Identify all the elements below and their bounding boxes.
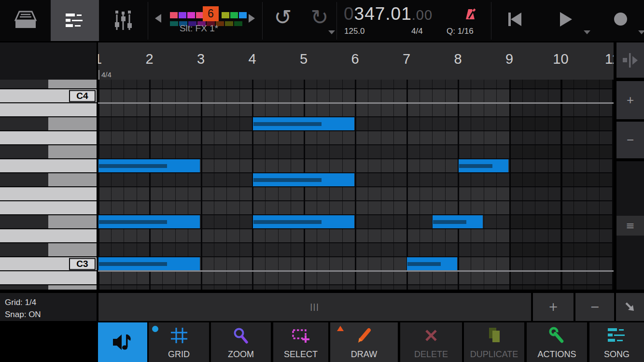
draw-tool-button[interactable]: DRAW — [330, 322, 398, 362]
black-key-stub — [0, 145, 48, 158]
play-menu-caret-icon[interactable] — [584, 30, 590, 34]
tab-mixer[interactable] — [99, 0, 147, 41]
ruler-tick — [98, 70, 99, 80]
delete-tool-button[interactable]: DELETE — [400, 322, 462, 362]
horizontal-zoom-in-button[interactable]: + — [533, 293, 574, 321]
redo-icon[interactable]: ↻ — [307, 5, 332, 32]
select-tool-button[interactable]: SELECT — [273, 322, 328, 362]
pattern-chip[interactable] — [170, 12, 178, 18]
midi-note[interactable] — [407, 257, 457, 270]
metronome-icon[interactable] — [463, 7, 477, 21]
grid-tool-button[interactable]: GRID — [149, 322, 209, 362]
piano-roll-grid[interactable] — [98, 80, 614, 290]
tab-browser[interactable] — [0, 0, 51, 41]
pattern-chip[interactable] — [187, 12, 195, 18]
time-signature-value[interactable]: 4/4 — [411, 27, 423, 36]
piano-key-e3[interactable] — [0, 201, 97, 214]
grid-icon — [170, 327, 188, 344]
top-bar: 6 Slt: FX 1* ↺ ↻ 0347.01.00 125.0 4/4 Q:… — [0, 0, 644, 41]
duplicate-sheets-icon — [487, 327, 502, 344]
piano-key-c3[interactable]: C3 — [0, 257, 97, 270]
tempo-value[interactable]: 125.0 — [344, 27, 365, 36]
draw-active-triangle — [337, 326, 344, 331]
pattern-next-arrow-icon[interactable] — [249, 14, 255, 23]
piano-key-b3[interactable] — [0, 103, 97, 116]
snap-setting-label: Snap: ON — [5, 308, 97, 320]
piano-key-as3[interactable] — [0, 117, 97, 130]
arrange-icon — [66, 14, 84, 28]
pattern-prev-arrow-icon[interactable] — [155, 14, 161, 23]
pattern-chip[interactable] — [179, 12, 186, 18]
pattern-chip[interactable] — [222, 12, 229, 18]
pattern-chip[interactable] — [239, 12, 247, 18]
midi-note[interactable] — [433, 215, 483, 228]
piano-key-gs3[interactable] — [0, 145, 97, 158]
piano-key-f3[interactable] — [0, 187, 97, 200]
audition-toggle-button[interactable] — [616, 42, 644, 78]
vertical-scrollbar-handle[interactable]: ≡ — [616, 216, 644, 236]
midi-note[interactable] — [98, 159, 200, 172]
horizontal-zoom-out-button[interactable]: − — [575, 293, 614, 321]
record-menu-caret-icon[interactable] — [638, 30, 644, 34]
piano-key-c4[interactable]: C4 — [0, 89, 97, 102]
horizontal-scrollbar[interactable]: ||| — [98, 293, 531, 321]
audition-notes-button[interactable] — [98, 322, 147, 362]
vertical-zoom-out-button[interactable]: − — [616, 122, 644, 158]
undo-icon[interactable]: ↺ — [270, 5, 295, 32]
piano-key-cs3[interactable] — [0, 243, 97, 256]
out-of-pattern-shade — [509, 80, 614, 290]
piano-key-ds3[interactable] — [0, 215, 97, 228]
note-velocity-bar — [99, 262, 167, 266]
piano-key-a3[interactable] — [0, 131, 97, 144]
grid-snap-status[interactable]: Grid: 1/4 Snap: ON — [0, 293, 97, 321]
piano-keyboard[interactable]: C4C3 — [0, 80, 97, 290]
skip-to-start-button[interactable] — [508, 13, 521, 26]
actions-tool-button[interactable]: ACTIONS — [527, 322, 587, 362]
black-key-stub — [0, 243, 48, 256]
piano-key-b2[interactable] — [0, 271, 97, 284]
maschine-piano-roll-app: 6 Slt: FX 1* ↺ ↻ 0347.01.00 125.0 4/4 Q:… — [0, 0, 644, 362]
record-button[interactable] — [614, 13, 627, 26]
ruler-bar-number: 8 — [454, 51, 462, 67]
pattern-selector: 6 Slt: FX 1* — [148, 0, 262, 41]
ruler-bar-number: 7 — [403, 51, 410, 67]
piano-key-d3[interactable] — [0, 229, 97, 242]
undo-menu-caret-icon[interactable] — [328, 30, 335, 34]
horizontal-scrollbar-handle[interactable]: ||| — [310, 302, 319, 312]
quantize-value[interactable]: Q: 1/16 — [447, 27, 474, 36]
black-key-stub — [0, 215, 48, 228]
midi-note[interactable] — [459, 159, 509, 172]
song-tool-label: SONG — [604, 349, 630, 360]
play-button[interactable] — [560, 12, 572, 27]
vertical-zoom-in-button[interactable]: + — [616, 81, 644, 119]
song-tool-button[interactable]: SONG — [589, 322, 644, 362]
note-velocity-bar — [407, 262, 441, 266]
ruler-signature-label: 4/4 — [101, 70, 112, 79]
tab-arrange[interactable] — [51, 0, 99, 41]
zoom-tool-button[interactable]: ZOOM — [211, 322, 271, 362]
pattern-selected-slot[interactable]: 6 — [203, 6, 219, 21]
pattern-chip[interactable] — [230, 12, 238, 18]
midi-note[interactable] — [253, 117, 354, 130]
piano-key-fs3[interactable] — [0, 173, 97, 186]
note-velocity-bar — [253, 220, 322, 224]
duplicate-tool-label: DUPLICATE — [470, 349, 518, 360]
piano-key-g3[interactable] — [0, 159, 97, 172]
timeline-ruler[interactable]: 4/4 1234567891011 — [98, 42, 614, 80]
piano-key-cs4[interactable] — [0, 80, 97, 88]
diagonal-arrow-icon — [624, 301, 636, 313]
ruler-bar-number: 11 — [605, 51, 614, 67]
duplicate-tool-button[interactable]: DUPLICATE — [464, 322, 524, 362]
midi-note[interactable] — [253, 173, 354, 186]
browser-drawer-icon — [14, 10, 38, 32]
transport-display[interactable]: 0347.01.00 125.0 4/4 Q: 1/16 — [336, 0, 491, 41]
draw-tool-label: DRAW — [351, 349, 377, 360]
midi-note[interactable] — [98, 257, 200, 270]
pattern-slot-label[interactable]: Slt: FX 1* — [148, 23, 250, 34]
piano-key-as2[interactable] — [0, 285, 97, 290]
fit-view-button[interactable] — [616, 293, 644, 321]
ruler-bar-number: 3 — [197, 51, 205, 67]
actions-tool-label: ACTIONS — [537, 349, 576, 360]
midi-note[interactable] — [98, 215, 200, 228]
midi-note[interactable] — [253, 215, 354, 228]
